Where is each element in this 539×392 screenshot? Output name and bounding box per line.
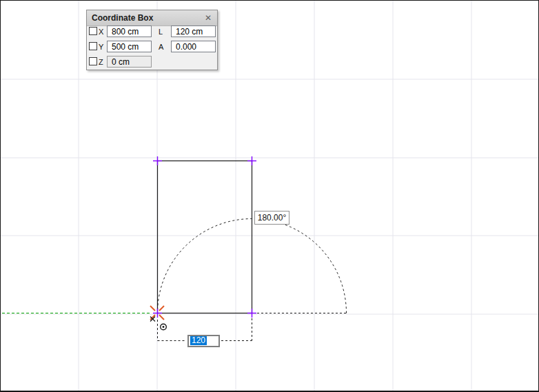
close-icon[interactable]: ✕ <box>203 10 213 25</box>
rectangle-outline[interactable] <box>158 161 252 313</box>
x-lock-checkbox[interactable] <box>89 27 97 35</box>
z-lock-checkbox[interactable] <box>89 57 97 65</box>
length-label: L <box>159 28 163 36</box>
x-axis-label: X <box>99 28 103 36</box>
z-axis-label: Z <box>99 58 103 66</box>
app-window: Coordinate Box ✕ X L Y A Z 180.00° 120 <box>0 0 539 392</box>
drawing-canvas[interactable] <box>1 1 538 391</box>
coordinate-row-z: Z <box>87 56 217 68</box>
y-coordinate-field[interactable] <box>107 41 152 52</box>
angle-label: A <box>159 43 163 51</box>
y-axis-label: Y <box>99 43 103 51</box>
snap-marker-icon <box>159 306 164 311</box>
length-tracker-input[interactable]: 120 <box>187 335 220 347</box>
coordinate-row-y: Y A <box>87 41 217 53</box>
coordinate-row-x: X L <box>87 25 217 38</box>
snap-marker-icon <box>150 306 155 311</box>
y-lock-checkbox[interactable] <box>89 42 97 50</box>
x-coordinate-field[interactable] <box>107 25 152 37</box>
arc-center-icon <box>163 326 165 328</box>
z-coordinate-field[interactable] <box>107 56 152 68</box>
dialog-title: Coordinate Box <box>92 10 153 25</box>
length-field[interactable] <box>171 25 216 37</box>
angle-field[interactable] <box>171 41 216 52</box>
length-tracker-value: 120 <box>190 336 207 345</box>
dialog-titlebar[interactable]: Coordinate Box ✕ <box>87 10 217 26</box>
snap-marker-icon <box>159 315 164 320</box>
coordinate-box-dialog: Coordinate Box ✕ X L Y A Z <box>86 10 218 70</box>
angle-tracker-label: 180.00° <box>254 211 289 225</box>
